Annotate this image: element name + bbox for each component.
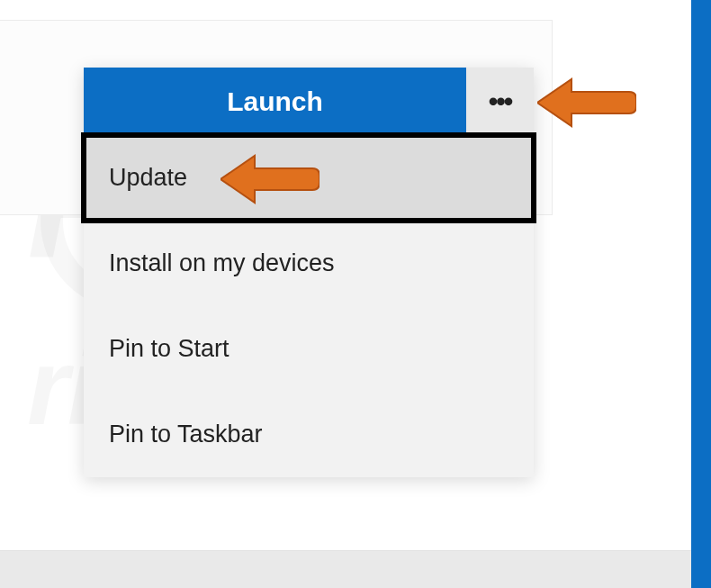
more-icon: ••• bbox=[489, 86, 512, 117]
menu-item-pin-taskbar[interactable]: Pin to Taskbar bbox=[84, 392, 534, 477]
arrow-icon-update bbox=[220, 150, 320, 208]
launch-button[interactable]: Launch bbox=[84, 68, 466, 135]
menu-item-label: Pin to Start bbox=[109, 335, 230, 363]
sidebar-stripe bbox=[691, 0, 711, 588]
launch-row: Launch ••• bbox=[84, 68, 534, 135]
menu-item-install-devices[interactable]: Install on my devices bbox=[84, 221, 534, 306]
arrow-icon-more bbox=[537, 74, 636, 131]
more-button[interactable]: ••• bbox=[466, 68, 534, 135]
dropdown-menu: Launch ••• Update Install on my devices … bbox=[84, 68, 534, 477]
menu-item-pin-start[interactable]: Pin to Start bbox=[84, 306, 534, 392]
bottom-panel bbox=[0, 550, 691, 588]
menu-item-label: Install on my devices bbox=[109, 249, 335, 277]
launch-label: Launch bbox=[227, 86, 323, 117]
menu-item-label: Pin to Taskbar bbox=[109, 421, 263, 448]
menu-item-label: Update bbox=[109, 164, 187, 192]
